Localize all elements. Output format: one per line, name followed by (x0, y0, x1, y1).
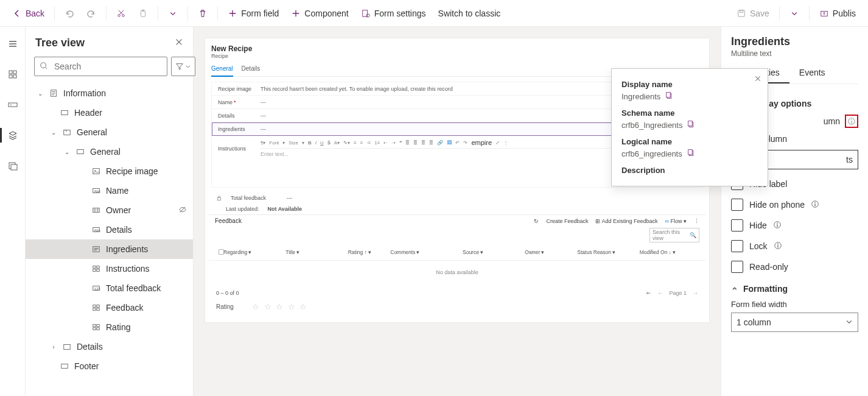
svg-point-50 (814, 202, 816, 203)
checkbox[interactable] (731, 240, 743, 252)
refresh-button[interactable]: ↻ (534, 218, 539, 224)
info-icon[interactable] (773, 221, 782, 231)
tree-title: Tree view (35, 37, 85, 49)
components-rail-button[interactable] (3, 65, 23, 84)
component-label: Component (304, 9, 348, 18)
tree-rail-button[interactable] (3, 126, 23, 145)
checkbox[interactable] (731, 261, 743, 273)
tree-node-ingredients[interactable]: Ingredients (26, 239, 193, 259)
number-icon: 123 (91, 283, 101, 293)
redo-button[interactable] (82, 5, 101, 22)
tree-node-owner[interactable]: Owner (26, 200, 193, 220)
checkbox[interactable] (731, 199, 743, 211)
pager-first[interactable]: ⇤ (646, 290, 651, 296)
field-label: Recipe image (218, 86, 261, 92)
info-icon[interactable] (774, 241, 782, 252)
tree-node-instructions[interactable]: Instructions (26, 259, 193, 278)
select-all-checkbox[interactable] (219, 249, 224, 255)
delete-button[interactable] (193, 5, 212, 22)
tree: ⌄ Information Header ⌄ General ⌄ General… (26, 81, 193, 396)
form-icon (49, 88, 58, 98)
tab-events[interactable]: Events (789, 63, 835, 83)
section-icon (60, 361, 69, 371)
svg-rect-43 (64, 345, 71, 350)
tree-node-recipe-image[interactable]: Recipe image (26, 161, 193, 181)
fields-rail-button[interactable] (3, 95, 23, 115)
footer-total-feedback[interactable]: Total feedback --- (209, 193, 705, 203)
tree-label: Feedback (106, 303, 187, 313)
pager-next[interactable]: → (693, 290, 698, 296)
tree-search-input[interactable] (53, 61, 162, 72)
cut-button[interactable] (111, 5, 131, 22)
tree-node-details-tab[interactable]: › Details (26, 337, 193, 356)
flow-button[interactable]: ∞ Flow ▾ (665, 218, 687, 224)
tree-node-footer[interactable]: Footer (26, 356, 193, 376)
lock-row[interactable]: Lock (731, 240, 858, 252)
feedback-search[interactable]: Search this view 🔍 (649, 228, 699, 242)
hide-on-phone-row[interactable]: Hide on phone (731, 199, 858, 211)
copy-icon[interactable] (665, 91, 673, 101)
column-info-popover: Display name Ingredients Schema name crf… (611, 68, 768, 186)
tree-node-general[interactable]: ⌄ General (26, 122, 193, 142)
svg-rect-29 (93, 266, 96, 269)
pager-prev[interactable]: ← (657, 290, 663, 296)
more-icon[interactable]: ⋮ (694, 218, 699, 224)
tree-label: Rating (106, 322, 187, 332)
close-icon[interactable] (754, 75, 761, 84)
section-icon (60, 108, 69, 118)
tree-label: Details (77, 342, 187, 352)
width-select[interactable]: 1 column (731, 313, 858, 332)
rating-row[interactable]: Rating ☆ ☆ ☆ ☆ ☆ (209, 299, 705, 315)
save-label: Save (750, 9, 769, 18)
tree-node-details[interactable]: Abc Details (26, 220, 193, 239)
tree-label: General (90, 147, 187, 157)
layers-icon (8, 130, 18, 140)
info-icon-highlighted[interactable] (845, 115, 858, 128)
tree-label: General (77, 127, 187, 137)
checkbox[interactable] (731, 219, 743, 232)
form-settings-button[interactable]: Form settings (356, 5, 431, 22)
form-settings-label: Form settings (374, 9, 426, 18)
form-subtitle: Recipe (211, 53, 703, 59)
hide-row[interactable]: Hide (731, 219, 858, 232)
tree-search-box[interactable] (34, 57, 167, 76)
tree-node-information[interactable]: ⌄ Information (26, 83, 193, 103)
tab-general[interactable]: General (211, 63, 233, 77)
copy-icon[interactable] (687, 149, 695, 158)
hamburger-button[interactable] (3, 34, 23, 54)
display-name-value: Ingredients (621, 92, 660, 101)
filter-button[interactable] (171, 57, 195, 76)
create-feedback-button[interactable]: Create Feedback (546, 218, 588, 224)
save-dropdown-button[interactable] (785, 5, 804, 22)
read-only-row[interactable]: Read-only (731, 261, 858, 273)
add-component-button[interactable]: Component (286, 5, 353, 22)
tree-node-name[interactable]: Abc Name (26, 181, 193, 200)
library-rail-button[interactable] (3, 156, 23, 175)
display-name-label: Display name (621, 80, 758, 89)
tree-node-feedback[interactable]: Feedback (26, 298, 193, 317)
info-icon[interactable] (811, 200, 819, 210)
back-button[interactable]: Back (7, 5, 49, 22)
add-form-field-button[interactable]: Form field (223, 5, 284, 22)
chevron-down-button[interactable] (163, 5, 183, 22)
svg-rect-42 (97, 328, 99, 330)
close-icon[interactable] (175, 38, 183, 48)
tree-node-header[interactable]: Header (26, 103, 193, 122)
field-value: This record hasn't been created yet. To … (261, 86, 453, 92)
copy-icon[interactable] (687, 120, 695, 130)
svg-rect-57 (777, 245, 778, 247)
paste-button[interactable] (133, 5, 153, 22)
svg-rect-9 (9, 71, 12, 74)
star-rating[interactable]: ☆ ☆ ☆ ☆ ☆ (252, 302, 308, 311)
tree-node-total-feedback[interactable]: 123 Total feedback (26, 278, 193, 298)
tree-node-rating[interactable]: Rating (26, 317, 193, 337)
undo-button[interactable] (60, 5, 79, 22)
publish-button[interactable]: Publis (814, 5, 861, 22)
tab-details[interactable]: Details (242, 63, 261, 76)
save-button[interactable]: Save (732, 5, 774, 22)
add-existing-button[interactable]: ⊞Add Existing Feedback (595, 218, 657, 224)
svg-rect-61 (688, 121, 693, 126)
switch-classic-button[interactable]: Switch to classic (433, 5, 506, 22)
chevron-up-icon[interactable] (731, 284, 738, 294)
tree-node-general-section[interactable]: ⌄ General (26, 142, 193, 161)
